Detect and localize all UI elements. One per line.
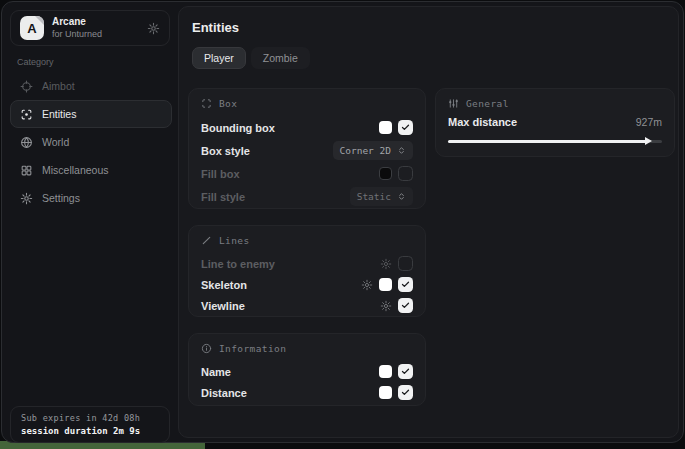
- check-icon: [401, 280, 410, 289]
- setting-row-line-to-enemy: Line to enemy: [201, 253, 413, 274]
- setting-row-bounding-box: Bounding box: [201, 116, 413, 139]
- box-section-card: Box Bounding box Box style Corner 2D: [188, 88, 426, 209]
- setting-label: Line to enemy: [201, 258, 275, 270]
- gear-icon[interactable]: [147, 22, 160, 35]
- scan-box-icon: [20, 108, 33, 121]
- setting-label: Distance: [201, 387, 247, 399]
- sub-expiry-text: Sub expires in 42d 08h: [21, 413, 159, 423]
- sidebar-item-miscellaneous[interactable]: Miscellaneous: [10, 156, 172, 184]
- sidebar-item-label: Entities: [42, 108, 76, 120]
- sidebar-item-label: Miscellaneous: [42, 164, 109, 176]
- general-section-card: General Max distance 927m: [435, 88, 675, 157]
- information-section-header: Information: [201, 343, 413, 354]
- setting-row-fill-style: Fill style Static: [201, 185, 413, 208]
- entity-type-tabs: Player Zombie: [192, 47, 310, 69]
- box-section-header: Box: [201, 98, 413, 109]
- chevron-up-down-icon: [397, 192, 406, 201]
- setting-label: Name: [201, 366, 231, 378]
- max-distance-slider[interactable]: [448, 137, 662, 146]
- grid-icon: [20, 164, 33, 177]
- setting-row-fill-box: Fill box: [201, 162, 413, 185]
- box-style-dropdown[interactable]: Corner 2D: [333, 141, 413, 160]
- chevron-up-down-icon: [397, 146, 406, 155]
- color-swatch[interactable]: [379, 121, 392, 134]
- setting-row-box-style: Box style Corner 2D: [201, 139, 413, 162]
- dropdown-value: Corner 2D: [340, 145, 391, 156]
- setting-row-viewline: Viewline: [201, 295, 413, 316]
- sidebar-item-aimbot[interactable]: Aimbot: [10, 72, 172, 100]
- setting-label: Max distance: [448, 116, 517, 128]
- check-icon: [401, 301, 410, 310]
- session-duration-text: session duration 2m 9s: [21, 426, 159, 436]
- gear-icon: [20, 192, 33, 205]
- setting-label: Fill style: [201, 191, 245, 203]
- setting-label: Box style: [201, 145, 250, 157]
- setting-row-name: Name: [201, 361, 413, 382]
- setting-label: Viewline: [201, 300, 245, 312]
- setting-label: Skeleton: [201, 279, 247, 291]
- setting-label: Bounding box: [201, 122, 275, 134]
- page-title: Entities: [192, 20, 239, 35]
- main-panel: Entities Player Zombie Box Bounding box: [178, 6, 679, 438]
- sliders-icon: [448, 98, 459, 109]
- setting-row-skeleton: Skeleton: [201, 274, 413, 295]
- sidebar-nav: Aimbot Entities World Miscellaneous: [10, 72, 172, 212]
- globe-icon: [20, 136, 33, 149]
- tab-player[interactable]: Player: [192, 47, 246, 69]
- sidebar-item-settings[interactable]: Settings: [10, 184, 172, 212]
- color-swatch[interactable]: [379, 365, 392, 378]
- slider-fill: [448, 140, 647, 143]
- app-subtitle: for Unturned: [52, 29, 102, 40]
- app-name: Arcane: [52, 16, 102, 29]
- scan-corners-icon: [201, 98, 212, 109]
- sidebar: A Arcane for Unturned Category Aimbot: [2, 2, 178, 442]
- lines-section-header: Lines: [201, 235, 413, 246]
- gear-icon[interactable]: [361, 279, 373, 291]
- app-logo-card: A Arcane for Unturned: [10, 10, 170, 46]
- check-icon: [401, 388, 410, 397]
- distance-checkbox[interactable]: [398, 385, 413, 400]
- bounding-box-checkbox[interactable]: [398, 120, 413, 135]
- max-distance-value: 927m: [636, 116, 662, 128]
- app-meta: Arcane for Unturned: [52, 16, 102, 40]
- color-swatch[interactable]: [379, 386, 392, 399]
- color-swatch[interactable]: [379, 278, 392, 291]
- line-to-enemy-checkbox[interactable]: [398, 256, 413, 271]
- app-logo: A: [20, 16, 44, 40]
- lines-section-card: Lines Line to enemy Skeleton: [188, 225, 426, 317]
- check-icon: [401, 367, 410, 376]
- section-title: General: [466, 98, 509, 109]
- slider-thumb[interactable]: [645, 137, 652, 145]
- fill-box-checkbox[interactable]: [398, 166, 413, 181]
- setting-row-max-distance: Max distance 927m: [448, 116, 662, 128]
- dropdown-value: Static: [357, 191, 391, 202]
- tab-zombie[interactable]: Zombie: [251, 47, 310, 69]
- fill-style-dropdown[interactable]: Static: [350, 187, 413, 206]
- category-label: Category: [17, 57, 54, 67]
- section-title: Information: [219, 343, 286, 354]
- gear-icon[interactable]: [380, 258, 392, 270]
- sidebar-item-world[interactable]: World: [10, 128, 172, 156]
- gear-icon[interactable]: [380, 300, 392, 312]
- sidebar-item-entities[interactable]: Entities: [10, 100, 172, 128]
- section-title: Lines: [219, 235, 250, 246]
- sidebar-item-label: World: [42, 136, 69, 148]
- skeleton-checkbox[interactable]: [398, 277, 413, 292]
- check-icon: [401, 123, 410, 132]
- color-swatch[interactable]: [379, 167, 392, 180]
- info-icon: [201, 343, 212, 354]
- setting-row-distance: Distance: [201, 382, 413, 403]
- diagonal-line-icon: [201, 235, 212, 246]
- subscription-status-card: Sub expires in 42d 08h session duration …: [10, 406, 170, 443]
- section-title: Box: [219, 98, 237, 109]
- information-section-card: Information Name Distance: [188, 333, 426, 406]
- name-checkbox[interactable]: [398, 364, 413, 379]
- app-window: A Arcane for Unturned Category Aimbot: [1, 1, 684, 443]
- crosshair-icon: [20, 80, 33, 93]
- general-section-header: General: [448, 98, 662, 109]
- viewline-checkbox[interactable]: [398, 298, 413, 313]
- sidebar-item-label: Settings: [42, 192, 80, 204]
- sidebar-item-label: Aimbot: [42, 80, 75, 92]
- setting-label: Fill box: [201, 168, 240, 180]
